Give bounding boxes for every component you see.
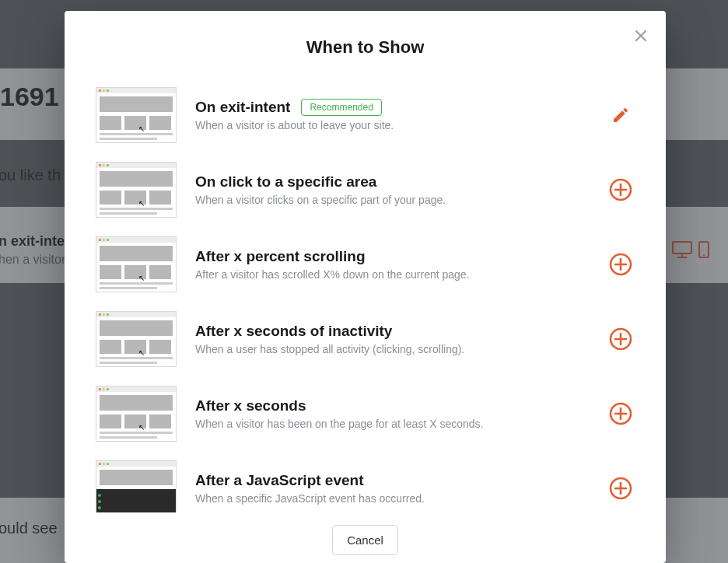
recommended-badge: Recommended [301,99,381,116]
option-description: When a visitor has been on the page for … [195,418,588,430]
add-trigger-button[interactable] [607,250,635,278]
plus-circle-icon [608,177,633,202]
add-trigger-button[interactable] [607,474,635,502]
option-description: When a user has stopped all activity (cl… [195,343,588,355]
option-text: On exit-intent Recommended When a visito… [195,99,588,131]
option-thumbnail: ↖ [96,386,177,442]
option-title: On exit-intent [195,99,290,116]
option-title: After x percent scrolling [195,248,366,265]
option-title: After x seconds [195,397,306,414]
option-scroll[interactable]: ↖ After x percent scrolling After a visi… [96,227,635,302]
add-trigger-button[interactable] [607,325,635,353]
trigger-options-list: ↖ On exit-intent Recommended When a visi… [65,64,666,512]
option-title: After x seconds of inactivity [195,323,392,340]
option-text: After x percent scrolling After a visito… [195,248,588,281]
option-description: After a visitor has scrolled X% down on … [195,268,588,281]
plus-circle-icon [608,252,633,277]
option-description: When a visitor is about to leave your si… [195,119,588,131]
option-description: When a visitor clicks on a specific part… [195,194,588,206]
option-click-area[interactable]: ↖ On click to a specific area When a vis… [96,152,635,227]
option-exit-intent[interactable]: ↖ On exit-intent Recommended When a visi… [96,78,635,152]
plus-circle-icon [608,401,633,426]
option-thumbnail: ↖ [96,87,177,143]
close-icon [635,30,647,42]
option-thumbnail: ↖ [96,162,177,218]
option-title: On click to a specific area [195,173,376,191]
modal-title: When to Show [65,37,666,58]
option-js-event[interactable]: After a JavaScript event When a specific… [96,451,635,512]
option-thumbnail [96,460,177,512]
option-title: After a JavaScript event [195,472,364,489]
close-button[interactable] [630,25,652,47]
plus-circle-icon [608,327,633,351]
option-seconds[interactable]: ↖ After x seconds When a visitor has bee… [96,376,635,451]
plus-circle-icon [608,476,633,501]
option-description: When a specific JavaScript event has occ… [195,492,588,505]
option-thumbnail: ↖ [96,311,177,367]
edit-trigger-button[interactable] [607,101,635,129]
option-thumbnail: ↖ [96,236,177,292]
option-text: On click to a specific area When a visit… [195,173,588,206]
cancel-button[interactable]: Cancel [332,525,398,555]
modal-footer: Cancel [65,512,666,563]
option-text: After x seconds When a visitor has been … [195,397,588,430]
add-trigger-button[interactable] [607,400,635,428]
when-to-show-modal: When to Show ↖ On exit-intent Recommende… [65,11,666,563]
option-inactivity[interactable]: ↖ After x seconds of inactivity When a u… [96,302,635,376]
option-text: After a JavaScript event When a specific… [195,472,588,505]
pencil-icon [611,106,630,124]
add-trigger-button[interactable] [607,176,635,204]
option-text: After x seconds of inactivity When a use… [195,323,588,355]
